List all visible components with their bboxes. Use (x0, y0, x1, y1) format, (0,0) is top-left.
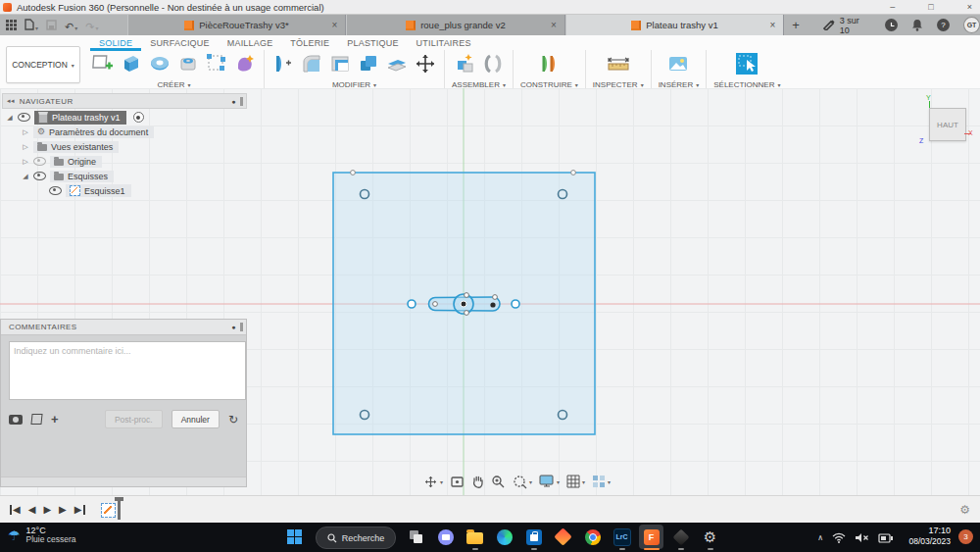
sketch-point[interactable] (433, 302, 438, 307)
select-button[interactable] (734, 51, 760, 76)
device-tray-icon[interactable] (878, 532, 894, 543)
orbit-button[interactable]: ▾ (423, 475, 443, 489)
viewcube-top-face[interactable]: HAUT (929, 108, 966, 141)
combine-button[interactable] (357, 52, 380, 75)
timeline-step-back-button[interactable]: ◀ (28, 505, 36, 515)
notification-count-badge[interactable]: 3 (958, 529, 973, 544)
inkscape-button[interactable] (668, 525, 693, 549)
ribbon-tab-tolerie[interactable]: TÔLERIE (281, 36, 338, 51)
panel-grip[interactable] (240, 323, 243, 331)
expander-icon[interactable]: ▷ (22, 158, 29, 166)
extrude-button[interactable] (120, 52, 143, 75)
look-at-button[interactable] (450, 476, 465, 488)
create-form-button[interactable] (233, 52, 257, 75)
tree-item-root-component[interactable]: ◢ Plateau trashy v1 (2, 110, 247, 125)
attach-screenshot-icon[interactable] (9, 415, 23, 425)
create-sketch-button[interactable] (91, 52, 115, 75)
fillet-button[interactable] (300, 52, 323, 75)
expander-icon[interactable]: ▷ (22, 128, 29, 136)
panel-options-icon[interactable]: ● (231, 98, 236, 105)
extension-clock-icon[interactable] (885, 19, 898, 31)
save-icon[interactable] (46, 20, 57, 30)
panel-grip[interactable] (240, 97, 243, 106)
chrome-button[interactable] (580, 525, 605, 549)
sketch-point[interactable] (571, 171, 576, 176)
close-window-button[interactable]: × (967, 0, 972, 14)
volume-muted-icon[interactable] (855, 532, 869, 543)
workspace-selector-button[interactable]: CONCEPTION ▾ (6, 46, 80, 83)
revolve-button[interactable] (148, 52, 172, 75)
clock-widget[interactable]: 17:10 08/03/2023 (908, 526, 951, 547)
timeline-go-to-end-button[interactable]: ▶ (74, 505, 85, 515)
display-settings-button[interactable]: ▾ (539, 475, 560, 488)
navigator-panel-header[interactable]: ◂◂ NAVIGATEUR ● (2, 93, 247, 109)
sketch-point[interactable] (493, 295, 498, 300)
tree-item-sketch1[interactable]: Esquisse1 (2, 183, 247, 198)
sketch-origin-point[interactable] (461, 301, 466, 307)
timeline-play-button[interactable]: ▶ (43, 505, 51, 515)
document-tab-3-active[interactable]: Plateau trashy v1 × (565, 15, 785, 35)
chat-button[interactable] (433, 525, 458, 549)
sketch-point[interactable] (490, 302, 495, 307)
viewcube[interactable]: Y HAUT X Z (913, 94, 974, 149)
ribbon-tab-plastique[interactable]: PLASTIQUE (338, 36, 407, 51)
grid-settings-button[interactable]: ▾ (566, 475, 585, 488)
measure-button[interactable] (606, 52, 631, 75)
activate-component-radio[interactable] (133, 112, 144, 123)
collapse-panel-icon[interactable]: ◂◂ (7, 97, 15, 105)
sketch-point[interactable] (465, 311, 469, 316)
maximize-button[interactable]: □ (928, 0, 933, 14)
move-button[interactable] (414, 52, 437, 75)
tree-item-document-settings[interactable]: ▷ ⚙Paramètres du document (2, 125, 247, 139)
weather-widget[interactable]: ☂ 12°C Pluie cessera (8, 526, 76, 545)
close-tab-icon[interactable]: × (551, 20, 557, 30)
sketch-small-circle[interactable] (408, 300, 416, 308)
ribbon-tab-solide[interactable]: SOLIDE (90, 36, 141, 51)
timeline-settings-gear-icon[interactable]: ⚙ (959, 503, 970, 517)
attach-model-view-icon[interactable] (30, 414, 42, 425)
job-status-button[interactable]: 3 sur 10 (823, 16, 871, 35)
post-comment-button[interactable]: Post-proc. (105, 410, 163, 428)
split-body-button[interactable] (385, 52, 409, 75)
undo-button[interactable]: ↶▾ (65, 17, 77, 34)
expander-icon[interactable]: ▷ (22, 143, 29, 151)
visibility-eye-icon[interactable] (33, 157, 46, 166)
document-tab-1[interactable]: PièceRoueTrashy v3* × (127, 15, 347, 35)
task-view-button[interactable] (404, 525, 428, 549)
tray-overflow-chevron-icon[interactable]: ∧ (817, 533, 823, 542)
sketch-small-circle[interactable] (512, 300, 519, 308)
ribbon-tab-utilitaires[interactable]: UTILITAIRES (408, 36, 480, 51)
expander-icon[interactable]: ◢ (6, 114, 14, 122)
modeling-canvas[interactable]: Y HAUT X Z ◂◂ NAVIGATEUR ● ◢ Plateau tra… (0, 88, 980, 495)
refresh-comments-icon[interactable]: ↻ (228, 413, 238, 427)
timeline-go-to-start-button[interactable]: ◀ (10, 505, 21, 515)
shell-button[interactable] (328, 52, 352, 75)
redo-button[interactable]: ↷▾ (85, 17, 98, 34)
visibility-eye-icon[interactable] (18, 113, 30, 122)
minimize-button[interactable]: – (890, 0, 895, 14)
viewports-button[interactable]: ▾ (592, 475, 611, 488)
timeline-step-forward-button[interactable]: ▶ (59, 505, 67, 515)
press-pull-button[interactable] (271, 52, 295, 75)
ribbon-tab-maillage[interactable]: MAILLAGE (219, 36, 282, 51)
edge-browser-button[interactable] (492, 525, 516, 549)
comments-panel-header[interactable]: COMMENTAIRES ● (1, 320, 246, 335)
ribbon-tab-surfacique[interactable]: SURFACIQUE (141, 36, 219, 51)
comment-input[interactable] (9, 341, 246, 400)
search-box[interactable]: Recherche (316, 527, 396, 549)
sketch-point[interactable] (465, 293, 469, 298)
tree-item-named-views[interactable]: ▷ Vues existantes (2, 139, 247, 154)
insert-image-button[interactable] (666, 52, 690, 75)
zoom-button[interactable] (491, 475, 506, 489)
start-button[interactable] (287, 529, 302, 544)
joint-button[interactable] (481, 52, 505, 75)
expander-icon[interactable]: ◢ (22, 173, 29, 180)
data-panel-grid-icon[interactable] (6, 20, 17, 30)
pan-button[interactable] (471, 475, 484, 488)
notifications-bell-icon[interactable] (911, 19, 923, 31)
new-component-button[interactable] (453, 52, 476, 75)
lightroom-classic-button[interactable]: LrC (610, 525, 634, 549)
diamond-app-button[interactable] (551, 525, 575, 549)
timeline-sketch-feature[interactable] (101, 503, 116, 518)
timeline-position-marker[interactable] (118, 500, 121, 520)
